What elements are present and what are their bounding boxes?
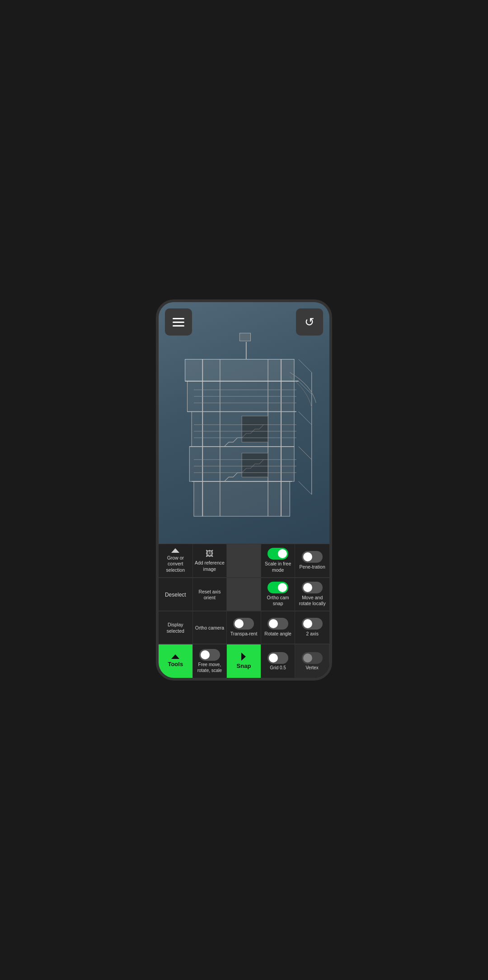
empty-center-1 bbox=[227, 544, 261, 577]
grid05-toggle[interactable] bbox=[267, 652, 288, 664]
rotate-angle-cell[interactable]: Rotate angle bbox=[261, 611, 296, 644]
scale-free-toggle[interactable] bbox=[267, 548, 288, 560]
ortho-camera-label: Ortho camera bbox=[195, 625, 224, 631]
svg-line-16 bbox=[299, 447, 312, 460]
vertex-toggle[interactable] bbox=[302, 652, 323, 664]
svg-rect-0 bbox=[194, 481, 290, 516]
toolbar-row-2: Deselect Reset axis orient Ortho cam sna… bbox=[159, 578, 329, 611]
hamburger-icon bbox=[173, 318, 184, 327]
deselect-label: Deselect bbox=[165, 592, 186, 599]
transparent-toggle[interactable] bbox=[233, 618, 254, 630]
penetration-cell[interactable]: Pene-tration bbox=[295, 544, 329, 577]
transparent-label: Transpa-rent bbox=[230, 631, 258, 637]
deselect-cell[interactable]: Deselect bbox=[159, 578, 193, 611]
display-selected-cell[interactable]: Display selected bbox=[159, 611, 193, 644]
tools-label: Tools bbox=[168, 661, 183, 668]
undo-button[interactable]: ↺ bbox=[296, 308, 323, 336]
svg-line-15 bbox=[299, 411, 312, 425]
undo-icon: ↺ bbox=[305, 315, 314, 329]
reset-axis-cell[interactable]: Reset axis orient bbox=[193, 578, 227, 611]
penetration-label: Pene-tration bbox=[300, 564, 325, 570]
2axis-cell[interactable]: 2 axis bbox=[295, 611, 329, 644]
ortho-cam-snap-cell[interactable]: Ortho cam snap bbox=[261, 578, 296, 611]
free-move-label: Free move, rotate, scale bbox=[194, 662, 226, 673]
scale-free-cell[interactable]: Scale in free mode bbox=[261, 544, 296, 577]
svg-line-13 bbox=[299, 359, 312, 373]
snap-chevron-icon bbox=[241, 653, 246, 661]
reset-axis-label: Reset axis orient bbox=[194, 589, 226, 601]
add-reference-cell[interactable]: 🖼 Add reference image bbox=[193, 544, 227, 577]
tools-button[interactable]: Tools bbox=[159, 644, 193, 678]
empty-center-2 bbox=[227, 578, 261, 611]
viewport: ↺ bbox=[159, 302, 329, 544]
scale-free-label: Scale in free mode bbox=[262, 561, 294, 573]
bottom-action-row: Tools Free move, rotate, scale Snap Grid… bbox=[159, 644, 329, 678]
rotate-angle-toggle[interactable] bbox=[267, 618, 288, 630]
svg-rect-22 bbox=[242, 453, 268, 477]
svg-line-17 bbox=[299, 481, 312, 495]
vertex-cell[interactable]: Vertex bbox=[295, 644, 329, 678]
ortho-cam-snap-toggle[interactable] bbox=[267, 582, 288, 593]
svg-rect-21 bbox=[242, 416, 268, 442]
ortho-camera-cell[interactable]: Ortho camera bbox=[193, 611, 227, 644]
svg-rect-20 bbox=[239, 333, 250, 341]
tools-chevron-icon bbox=[171, 654, 179, 659]
move-rotate-label: Move and rotate locally bbox=[296, 595, 328, 607]
move-rotate-cell[interactable]: Move and rotate locally bbox=[295, 578, 329, 611]
svg-rect-4 bbox=[185, 359, 294, 381]
grid05-label: Grid 0.5 bbox=[270, 665, 286, 671]
toolbar-row-1: Grow or convert selection 🖼 Add referenc… bbox=[159, 544, 329, 577]
vertex-label: Vertex bbox=[306, 665, 319, 671]
free-move-toggle[interactable] bbox=[199, 649, 220, 661]
free-move-cell[interactable]: Free move, rotate, scale bbox=[193, 644, 227, 678]
2axis-toggle[interactable] bbox=[302, 618, 323, 630]
toolbar-row-3: Display selected Ortho camera Transpa-re… bbox=[159, 611, 329, 644]
transparent-cell[interactable]: Transpa-rent bbox=[227, 611, 261, 644]
menu-button[interactable] bbox=[165, 308, 192, 336]
snap-label: Snap bbox=[237, 663, 251, 670]
penetration-toggle[interactable] bbox=[302, 551, 323, 563]
ortho-cam-snap-label: Ortho cam snap bbox=[262, 595, 294, 607]
add-reference-label: Add reference image bbox=[194, 560, 226, 572]
rotate-angle-label: Rotate angle bbox=[264, 631, 291, 637]
2axis-label: 2 axis bbox=[306, 631, 318, 637]
move-rotate-toggle[interactable] bbox=[302, 582, 323, 593]
grow-convert-cell[interactable]: Grow or convert selection bbox=[159, 544, 193, 577]
phone-frame: ↺ Grow or convert selection 🖼 Add refere… bbox=[156, 299, 332, 681]
grow-convert-label: Grow or convert selection bbox=[160, 555, 192, 574]
building-wireframe bbox=[168, 316, 320, 534]
display-selected-label: Display selected bbox=[160, 622, 192, 634]
grid05-cell[interactable]: Grid 0.5 bbox=[261, 644, 296, 678]
add-reference-icon: 🖼 bbox=[206, 549, 214, 559]
viewport-bg bbox=[159, 302, 329, 544]
chevron-up-icon bbox=[171, 548, 179, 553]
snap-button[interactable]: Snap bbox=[227, 644, 261, 678]
